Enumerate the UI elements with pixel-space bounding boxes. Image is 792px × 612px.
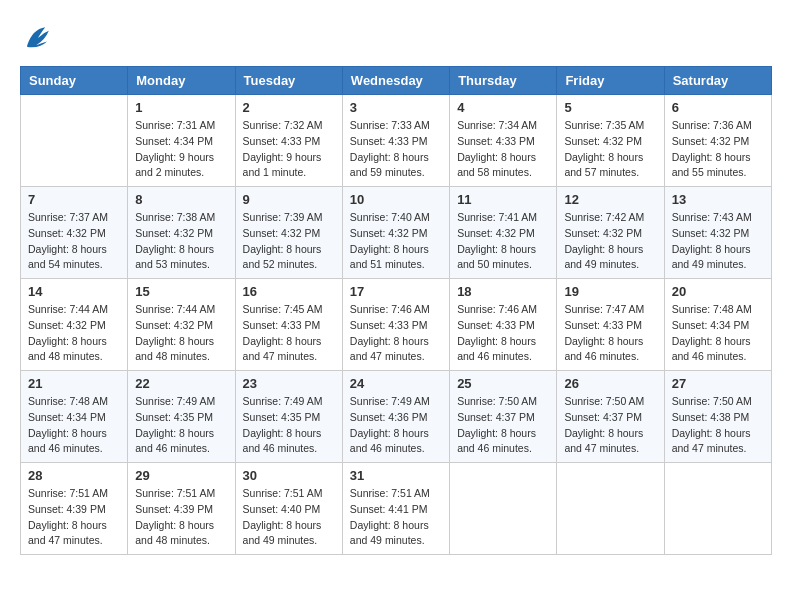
sunrise-text: Sunrise: 7:36 AM bbox=[672, 119, 752, 131]
daylight-text: Daylight: 8 hours and 46 minutes. bbox=[28, 427, 107, 455]
sunset-text: Sunset: 4:32 PM bbox=[135, 227, 213, 239]
sunset-text: Sunset: 4:33 PM bbox=[350, 319, 428, 331]
daylight-text: Daylight: 8 hours and 47 minutes. bbox=[243, 335, 322, 363]
day-info: Sunrise: 7:51 AMSunset: 4:40 PMDaylight:… bbox=[243, 486, 335, 549]
calendar-cell bbox=[557, 463, 664, 555]
sunset-text: Sunset: 4:37 PM bbox=[564, 411, 642, 423]
day-number: 12 bbox=[564, 192, 656, 207]
daylight-text: Daylight: 9 hours and 1 minute. bbox=[243, 151, 322, 179]
calendar-table: SundayMondayTuesdayWednesdayThursdayFrid… bbox=[20, 66, 772, 555]
calendar-cell: 6Sunrise: 7:36 AMSunset: 4:32 PMDaylight… bbox=[664, 95, 771, 187]
calendar-cell: 14Sunrise: 7:44 AMSunset: 4:32 PMDayligh… bbox=[21, 279, 128, 371]
sunrise-text: Sunrise: 7:39 AM bbox=[243, 211, 323, 223]
sunrise-text: Sunrise: 7:35 AM bbox=[564, 119, 644, 131]
calendar-cell bbox=[21, 95, 128, 187]
day-info: Sunrise: 7:50 AMSunset: 4:38 PMDaylight:… bbox=[672, 394, 764, 457]
day-info: Sunrise: 7:39 AMSunset: 4:32 PMDaylight:… bbox=[243, 210, 335, 273]
sunset-text: Sunset: 4:33 PM bbox=[243, 319, 321, 331]
day-info: Sunrise: 7:51 AMSunset: 4:41 PMDaylight:… bbox=[350, 486, 442, 549]
day-number: 14 bbox=[28, 284, 120, 299]
calendar-header-row: SundayMondayTuesdayWednesdayThursdayFrid… bbox=[21, 67, 772, 95]
header-saturday: Saturday bbox=[664, 67, 771, 95]
sunrise-text: Sunrise: 7:49 AM bbox=[135, 395, 215, 407]
day-info: Sunrise: 7:46 AMSunset: 4:33 PMDaylight:… bbox=[457, 302, 549, 365]
sunrise-text: Sunrise: 7:37 AM bbox=[28, 211, 108, 223]
calendar-cell: 16Sunrise: 7:45 AMSunset: 4:33 PMDayligh… bbox=[235, 279, 342, 371]
day-number: 11 bbox=[457, 192, 549, 207]
calendar-cell: 11Sunrise: 7:41 AMSunset: 4:32 PMDayligh… bbox=[450, 187, 557, 279]
day-number: 3 bbox=[350, 100, 442, 115]
sunset-text: Sunset: 4:32 PM bbox=[672, 135, 750, 147]
daylight-text: Daylight: 8 hours and 48 minutes. bbox=[28, 335, 107, 363]
day-number: 13 bbox=[672, 192, 764, 207]
calendar-cell bbox=[450, 463, 557, 555]
sunrise-text: Sunrise: 7:43 AM bbox=[672, 211, 752, 223]
day-info: Sunrise: 7:37 AMSunset: 4:32 PMDaylight:… bbox=[28, 210, 120, 273]
daylight-text: Daylight: 8 hours and 47 minutes. bbox=[350, 335, 429, 363]
sunrise-text: Sunrise: 7:51 AM bbox=[28, 487, 108, 499]
calendar-week-1: 1Sunrise: 7:31 AMSunset: 4:34 PMDaylight… bbox=[21, 95, 772, 187]
calendar-cell: 12Sunrise: 7:42 AMSunset: 4:32 PMDayligh… bbox=[557, 187, 664, 279]
sunrise-text: Sunrise: 7:32 AM bbox=[243, 119, 323, 131]
daylight-text: Daylight: 8 hours and 59 minutes. bbox=[350, 151, 429, 179]
day-info: Sunrise: 7:35 AMSunset: 4:32 PMDaylight:… bbox=[564, 118, 656, 181]
day-number: 23 bbox=[243, 376, 335, 391]
calendar-cell: 1Sunrise: 7:31 AMSunset: 4:34 PMDaylight… bbox=[128, 95, 235, 187]
day-info: Sunrise: 7:42 AMSunset: 4:32 PMDaylight:… bbox=[564, 210, 656, 273]
calendar-cell: 18Sunrise: 7:46 AMSunset: 4:33 PMDayligh… bbox=[450, 279, 557, 371]
sunrise-text: Sunrise: 7:49 AM bbox=[243, 395, 323, 407]
calendar-cell: 27Sunrise: 7:50 AMSunset: 4:38 PMDayligh… bbox=[664, 371, 771, 463]
daylight-text: Daylight: 9 hours and 2 minutes. bbox=[135, 151, 214, 179]
sunrise-text: Sunrise: 7:51 AM bbox=[243, 487, 323, 499]
calendar-cell: 10Sunrise: 7:40 AMSunset: 4:32 PMDayligh… bbox=[342, 187, 449, 279]
sunrise-text: Sunrise: 7:44 AM bbox=[135, 303, 215, 315]
sunrise-text: Sunrise: 7:38 AM bbox=[135, 211, 215, 223]
daylight-text: Daylight: 8 hours and 55 minutes. bbox=[672, 151, 751, 179]
day-info: Sunrise: 7:38 AMSunset: 4:32 PMDaylight:… bbox=[135, 210, 227, 273]
day-number: 22 bbox=[135, 376, 227, 391]
header-monday: Monday bbox=[128, 67, 235, 95]
day-info: Sunrise: 7:45 AMSunset: 4:33 PMDaylight:… bbox=[243, 302, 335, 365]
calendar-cell: 4Sunrise: 7:34 AMSunset: 4:33 PMDaylight… bbox=[450, 95, 557, 187]
calendar-cell: 9Sunrise: 7:39 AMSunset: 4:32 PMDaylight… bbox=[235, 187, 342, 279]
sunset-text: Sunset: 4:35 PM bbox=[135, 411, 213, 423]
calendar-cell: 23Sunrise: 7:49 AMSunset: 4:35 PMDayligh… bbox=[235, 371, 342, 463]
sunset-text: Sunset: 4:33 PM bbox=[457, 319, 535, 331]
sunrise-text: Sunrise: 7:51 AM bbox=[350, 487, 430, 499]
day-number: 24 bbox=[350, 376, 442, 391]
daylight-text: Daylight: 8 hours and 51 minutes. bbox=[350, 243, 429, 271]
header-sunday: Sunday bbox=[21, 67, 128, 95]
daylight-text: Daylight: 8 hours and 46 minutes. bbox=[350, 427, 429, 455]
day-number: 19 bbox=[564, 284, 656, 299]
daylight-text: Daylight: 8 hours and 49 minutes. bbox=[350, 519, 429, 547]
calendar-week-4: 21Sunrise: 7:48 AMSunset: 4:34 PMDayligh… bbox=[21, 371, 772, 463]
calendar-cell: 8Sunrise: 7:38 AMSunset: 4:32 PMDaylight… bbox=[128, 187, 235, 279]
calendar-week-2: 7Sunrise: 7:37 AMSunset: 4:32 PMDaylight… bbox=[21, 187, 772, 279]
calendar-cell: 15Sunrise: 7:44 AMSunset: 4:32 PMDayligh… bbox=[128, 279, 235, 371]
daylight-text: Daylight: 8 hours and 50 minutes. bbox=[457, 243, 536, 271]
day-info: Sunrise: 7:33 AMSunset: 4:33 PMDaylight:… bbox=[350, 118, 442, 181]
sunrise-text: Sunrise: 7:42 AM bbox=[564, 211, 644, 223]
day-info: Sunrise: 7:44 AMSunset: 4:32 PMDaylight:… bbox=[135, 302, 227, 365]
calendar-cell: 28Sunrise: 7:51 AMSunset: 4:39 PMDayligh… bbox=[21, 463, 128, 555]
daylight-text: Daylight: 8 hours and 46 minutes. bbox=[135, 427, 214, 455]
day-info: Sunrise: 7:31 AMSunset: 4:34 PMDaylight:… bbox=[135, 118, 227, 181]
header-wednesday: Wednesday bbox=[342, 67, 449, 95]
day-number: 8 bbox=[135, 192, 227, 207]
daylight-text: Daylight: 8 hours and 52 minutes. bbox=[243, 243, 322, 271]
sunrise-text: Sunrise: 7:48 AM bbox=[672, 303, 752, 315]
calendar-cell: 30Sunrise: 7:51 AMSunset: 4:40 PMDayligh… bbox=[235, 463, 342, 555]
sunrise-text: Sunrise: 7:50 AM bbox=[672, 395, 752, 407]
day-info: Sunrise: 7:49 AMSunset: 4:36 PMDaylight:… bbox=[350, 394, 442, 457]
calendar-cell: 29Sunrise: 7:51 AMSunset: 4:39 PMDayligh… bbox=[128, 463, 235, 555]
sunrise-text: Sunrise: 7:46 AM bbox=[350, 303, 430, 315]
daylight-text: Daylight: 8 hours and 57 minutes. bbox=[564, 151, 643, 179]
day-info: Sunrise: 7:34 AMSunset: 4:33 PMDaylight:… bbox=[457, 118, 549, 181]
calendar-cell: 3Sunrise: 7:33 AMSunset: 4:33 PMDaylight… bbox=[342, 95, 449, 187]
day-number: 17 bbox=[350, 284, 442, 299]
daylight-text: Daylight: 8 hours and 46 minutes. bbox=[672, 335, 751, 363]
sunrise-text: Sunrise: 7:51 AM bbox=[135, 487, 215, 499]
logo-icon bbox=[20, 20, 56, 56]
calendar-cell: 24Sunrise: 7:49 AMSunset: 4:36 PMDayligh… bbox=[342, 371, 449, 463]
sunset-text: Sunset: 4:41 PM bbox=[350, 503, 428, 515]
